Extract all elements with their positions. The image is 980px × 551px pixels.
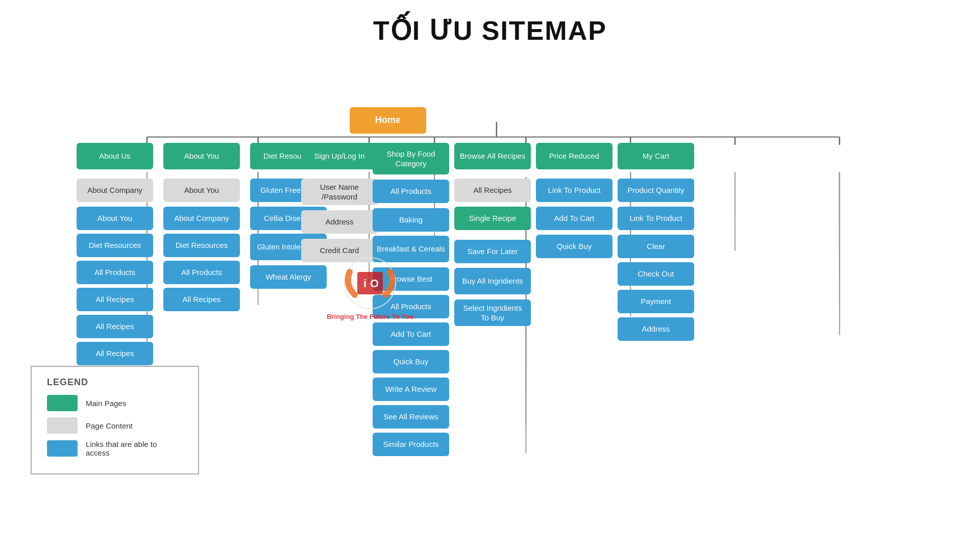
legend-box-content: [47, 417, 78, 434]
child-all-recipes-2[interactable]: All Recipes: [77, 315, 153, 338]
child-about-company-2[interactable]: About Company: [163, 207, 240, 230]
child-quick-buy-sf[interactable]: Quick Buy: [373, 350, 449, 373]
child-see-all-reviews[interactable]: See All Reviews: [373, 405, 449, 429]
main-about-you[interactable]: About You: [163, 143, 240, 169]
child-all-products-2[interactable]: All Products: [163, 261, 240, 284]
legend-label-content: Page Content: [86, 421, 133, 430]
watermark-logo: i O: [339, 257, 401, 313]
child-all-recipes-1[interactable]: All Recipes: [77, 288, 153, 311]
child-similar-products[interactable]: Similar Products: [373, 433, 449, 456]
child-all-recipes-3[interactable]: All Recipes: [77, 342, 153, 365]
child-about-you-1[interactable]: About You: [77, 207, 153, 230]
svg-text:i: i: [363, 277, 366, 290]
main-about-us[interactable]: About Us: [77, 143, 153, 169]
child-all-products-sf[interactable]: All Products: [373, 180, 449, 203]
child-buy-all-ingr[interactable]: Buy All Ingridients: [454, 268, 531, 294]
legend-item-main: Main Pages: [47, 395, 183, 411]
legend-item-content: Page Content: [47, 417, 183, 434]
legend-box-link: [47, 440, 78, 457]
watermark: i O Bringing The Future To You: [311, 255, 429, 321]
child-baking[interactable]: Baking: [373, 208, 449, 232]
home-node[interactable]: Home: [350, 107, 426, 134]
main-signup[interactable]: Sign Up/Log In: [301, 143, 378, 169]
watermark-text: Bringing The Future To You: [327, 313, 413, 320]
child-add-to-cart-sf[interactable]: Add To Cart: [373, 322, 449, 346]
legend-label-main: Main Pages: [86, 399, 126, 408]
child-about-you-c[interactable]: About You: [163, 179, 240, 202]
legend-item-link: Links that are able to access: [47, 440, 183, 457]
legend-title: LEGEND: [47, 377, 183, 388]
child-diet-resources-1[interactable]: Diet Resources: [77, 234, 153, 257]
child-payment[interactable]: Payment: [618, 290, 694, 313]
child-write-review[interactable]: Write A Review: [373, 378, 449, 401]
child-address-su[interactable]: Address: [301, 210, 378, 234]
child-link-product-mc[interactable]: Link To Product: [618, 207, 694, 230]
child-diet-resources-2[interactable]: Diet Resources: [163, 234, 240, 257]
child-all-products-1[interactable]: All Products: [77, 261, 153, 284]
child-username[interactable]: User Name /Password: [301, 179, 378, 205]
child-clear[interactable]: Clear: [618, 235, 694, 258]
child-save-later[interactable]: Save For Later: [454, 240, 531, 263]
child-checkout[interactable]: Check Out: [618, 262, 694, 286]
child-all-recipes-ay[interactable]: All Recipes: [163, 288, 240, 311]
child-product-qty[interactable]: Product Quantity: [618, 179, 694, 202]
child-add-to-cart-pr[interactable]: Add To Cart: [536, 207, 612, 230]
main-my-cart[interactable]: My Cart: [618, 143, 694, 169]
child-select-ingr[interactable]: Select Ingridients To Buy: [454, 299, 531, 326]
child-all-recipes-br[interactable]: All Recipes: [454, 179, 531, 202]
legend-box-main: [47, 395, 78, 411]
page-title: TỐI ƯU SITEMAP: [0, 0, 980, 56]
svg-text:O: O: [370, 277, 379, 290]
child-single-recipe[interactable]: Single Recipe: [454, 207, 531, 230]
child-about-company[interactable]: About Company: [77, 179, 153, 202]
legend-label-link: Links that are able to access: [86, 440, 183, 457]
main-shop-food[interactable]: Shop By Food Category: [373, 143, 449, 174]
child-address-mc[interactable]: Address: [618, 317, 694, 341]
child-quick-buy-pr[interactable]: Quick Buy: [536, 235, 612, 258]
main-browse-recipes[interactable]: Browse All Recipes: [454, 143, 531, 169]
sitemap-container: Home About Us About Company About You Di…: [0, 56, 980, 515]
child-link-product-pr[interactable]: Link To Product: [536, 179, 612, 202]
main-price-reduced[interactable]: Price Reduced: [536, 143, 612, 169]
legend: LEGEND Main Pages Page Content Links tha…: [31, 366, 199, 474]
